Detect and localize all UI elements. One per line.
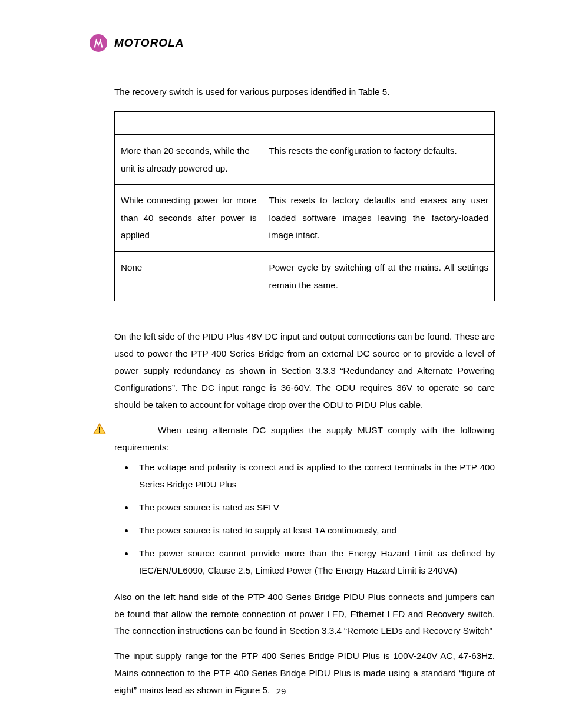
motorola-logo-icon: [90, 34, 107, 52]
body-paragraph: On the left side of the PIDU Plus 48V DC…: [114, 328, 495, 413]
table-cell: While connecting power for more than 40 …: [115, 185, 263, 252]
warning-block: When using alternate DC supplies the sup…: [114, 422, 495, 456]
motorola-m-icon: [93, 38, 104, 48]
document-page: MOTOROLA The recovery switch is used for…: [0, 0, 562, 728]
page-content: The recovery switch is used for various …: [114, 84, 495, 699]
list-item: The power source cannot provide more tha…: [134, 545, 495, 579]
table-cell: More than 20 seconds, while the unit is …: [115, 134, 263, 184]
table-cell: This resets to factory defaults and eras…: [263, 185, 494, 252]
requirements-list: The voltage and polarity is correct and …: [114, 459, 495, 579]
list-item: The power source is rated to supply at l…: [134, 522, 495, 539]
page-header: MOTOROLA: [90, 34, 495, 52]
warning-triangle-icon: [93, 423, 106, 435]
table-row: None Power cycle by switching off at the…: [115, 252, 495, 301]
recovery-switch-table: More than 20 seconds, while the unit is …: [114, 111, 495, 301]
table-header-cell: [263, 111, 494, 134]
table-row: More than 20 seconds, while the unit is …: [115, 134, 495, 184]
svg-rect-1: [99, 431, 100, 433]
warning-text: When using alternate DC supplies the sup…: [114, 422, 495, 456]
page-number: 29: [0, 686, 562, 696]
table-cell: Power cycle by switching off at the main…: [263, 252, 494, 301]
brand-text: MOTOROLA: [114, 37, 184, 50]
list-item: The voltage and polarity is correct and …: [134, 459, 495, 493]
svg-rect-0: [99, 427, 100, 430]
table-header-cell: [115, 111, 263, 134]
table-header-row: [115, 111, 495, 134]
list-item: The power source is rated as SELV: [134, 499, 495, 516]
body-paragraph: Also on the left hand side of the PTP 40…: [114, 589, 495, 640]
warning-text-body: When using alternate DC supplies the sup…: [114, 425, 495, 452]
table-cell: None: [115, 252, 263, 301]
intro-paragraph: The recovery switch is used for various …: [114, 84, 495, 101]
table-cell: This resets the configuration to factory…: [263, 134, 494, 184]
table-row: While connecting power for more than 40 …: [115, 185, 495, 252]
